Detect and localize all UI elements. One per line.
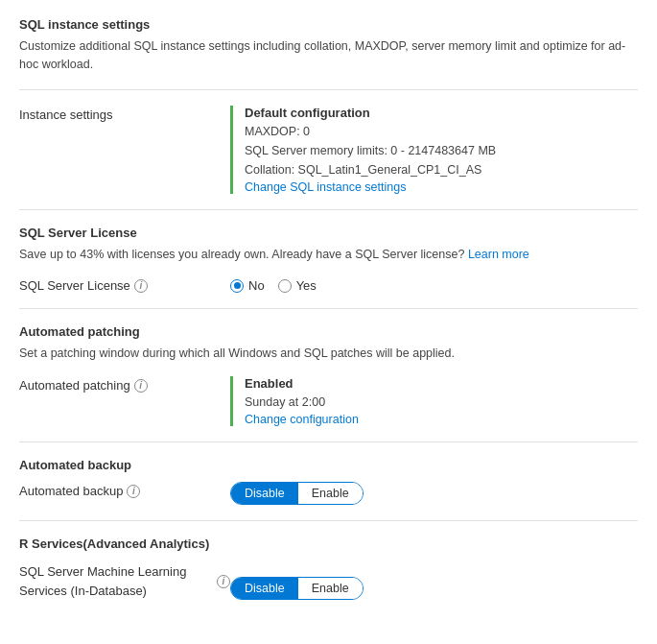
instance-settings-row: Instance settings Default configuration … xyxy=(19,106,638,194)
backup-disable-button[interactable]: Disable xyxy=(231,483,298,504)
sql-license-description: Save up to 43% with licenses you already… xyxy=(19,246,638,264)
sql-license-row: SQL Server License i No Yes xyxy=(19,276,638,293)
sql-license-radio-group: No Yes xyxy=(230,276,317,293)
automated-backup-row: Automated backup i Disable Enable xyxy=(19,482,638,505)
collation-line: Collation: SQL_Latin1_General_CP1_CI_AS xyxy=(245,160,638,179)
r-services-info-icon[interactable]: i xyxy=(217,575,230,588)
divider-1 xyxy=(19,89,638,90)
automated-patching-title: Automated patching xyxy=(19,324,638,339)
r-services-enable-button[interactable]: Enable xyxy=(298,578,363,599)
change-sql-instance-link[interactable]: Change SQL instance settings xyxy=(245,180,406,194)
divider-2 xyxy=(19,209,638,210)
sql-license-info-icon[interactable]: i xyxy=(134,279,148,293)
backup-enable-button[interactable]: Enable xyxy=(298,483,363,504)
r-services-disable-button[interactable]: Disable xyxy=(231,578,298,599)
automated-patching-description: Set a patching window during which all W… xyxy=(19,345,638,363)
automated-patching-info-icon[interactable]: i xyxy=(134,379,148,393)
divider-5 xyxy=(19,520,638,521)
radio-yes[interactable]: Yes xyxy=(278,278,317,293)
memory-line: SQL Server memory limits: 0 - 2147483647… xyxy=(245,141,638,160)
r-services-toggle: Disable Enable xyxy=(230,577,364,600)
patching-status-title: Enabled xyxy=(245,376,638,391)
patching-schedule-line: Sunday at 2:00 xyxy=(245,393,638,412)
automated-backup-label: Automated backup i xyxy=(19,482,230,498)
automated-backup-toggle: Disable Enable xyxy=(230,482,364,505)
r-services-label: SQL Server Machine Learning Services (In… xyxy=(19,561,230,600)
divider-4 xyxy=(19,441,638,442)
instance-settings-label: Instance settings xyxy=(19,106,230,122)
automated-backup-title: Automated backup xyxy=(19,458,638,472)
sql-license-title: SQL Server License xyxy=(19,226,638,240)
page-title: SQL instance settings xyxy=(19,17,638,32)
automated-patching-label: Automated patching i xyxy=(19,376,230,393)
config-title: Default configuration xyxy=(245,106,638,120)
divider-3 xyxy=(19,308,638,309)
learn-more-link[interactable]: Learn more xyxy=(468,248,529,261)
radio-no-circle xyxy=(230,279,244,293)
radio-no[interactable]: No xyxy=(230,278,265,293)
automated-patching-value: Enabled Sunday at 2:00 Change configurat… xyxy=(230,376,638,426)
instance-settings-value: Default configuration MAXDOP: 0 SQL Serv… xyxy=(230,106,638,194)
automated-patching-row: Automated patching i Enabled Sunday at 2… xyxy=(19,376,638,426)
page-description: Customize additional SQL instance settin… xyxy=(19,37,638,74)
change-configuration-link[interactable]: Change configuration xyxy=(245,413,359,426)
sql-license-label: SQL Server License i xyxy=(19,276,230,293)
maxdop-line: MAXDOP: 0 xyxy=(245,122,638,141)
automated-backup-info-icon[interactable]: i xyxy=(127,485,140,498)
r-services-title: R Services(Advanced Analytics) xyxy=(19,537,638,551)
radio-yes-circle xyxy=(278,279,292,293)
r-services-row: SQL Server Machine Learning Services (In… xyxy=(19,561,638,600)
